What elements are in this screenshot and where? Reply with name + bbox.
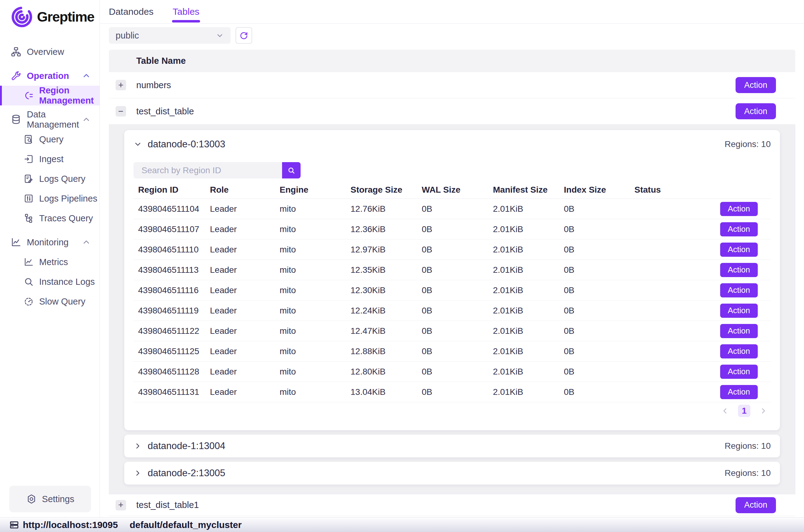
region-row: 4398046511131Leadermito13.04KiB0B2.01KiB…	[133, 382, 771, 402]
collapse-minus-icon[interactable]: −	[116, 106, 126, 116]
sidebar-item-label: Instance Logs	[39, 277, 95, 287]
region-action-button[interactable]: Action	[720, 344, 758, 359]
cell-engine: mito	[280, 285, 350, 295]
sidebar-item-label: Metrics	[39, 257, 68, 267]
chevron-left-icon[interactable]	[721, 406, 729, 415]
region-row: 4398046511125Leadermito12.88KiB0B2.01KiB…	[133, 341, 771, 362]
region-management-icon	[23, 90, 34, 101]
refresh-button[interactable]	[235, 27, 252, 44]
region-search-input[interactable]	[133, 162, 282, 178]
column-wal-size: WAL Size	[422, 185, 493, 195]
cell-storage-size: 12.47KiB	[350, 326, 422, 336]
region-action-button[interactable]: Action	[720, 385, 758, 399]
sidebar-item-metrics[interactable]: Metrics	[0, 252, 100, 272]
sidebar-item-region-management[interactable]: Region Management	[0, 86, 100, 106]
sidebar-item-label: Ingest	[39, 154, 63, 164]
cell-manifest-size: 2.01KiB	[493, 306, 564, 316]
page-number[interactable]: 1	[738, 405, 750, 417]
region-row: 4398046511116Leadermito12.30KiB0B2.01KiB…	[133, 280, 771, 301]
sidebar-item-logs-query[interactable]: Logs Query	[0, 169, 100, 189]
region-row: 4398046511113Leadermito12.35KiB0B2.01KiB…	[133, 260, 771, 280]
region-action-button[interactable]: Action	[720, 202, 758, 216]
datanode-2-card[interactable]: datanode-2:13005 Regions: 10	[124, 462, 780, 484]
refresh-icon	[239, 31, 248, 40]
region-action-button[interactable]: Action	[720, 324, 758, 338]
sidebar-item-label: Overview	[27, 47, 64, 57]
database-select[interactable]: public	[109, 27, 231, 44]
server-icon	[9, 520, 19, 530]
instance-logs-icon	[23, 277, 34, 287]
region-row: 4398046511104Leadermito12.76KiB0B2.01KiB…	[133, 199, 771, 219]
database-select-value: public	[116, 31, 139, 41]
cell-region-id: 4398046511125	[138, 346, 210, 356]
column-status: Status	[634, 185, 720, 195]
table-name: numbers	[136, 80, 171, 90]
sidebar-item-label: Traces Query	[39, 213, 93, 224]
tables-table-header: Table Name	[109, 50, 796, 72]
cell-index-size: 0B	[564, 326, 634, 336]
chevron-right-icon	[133, 469, 142, 477]
cell-role: Leader	[210, 306, 280, 316]
sidebar-item-logs-pipelines[interactable]: Logs Pipelines	[0, 189, 100, 208]
expand-plus-icon[interactable]: +	[116, 500, 126, 510]
chevron-right-icon[interactable]	[759, 406, 768, 415]
region-action-button[interactable]: Action	[720, 283, 758, 298]
sidebar-item-ingest[interactable]: Ingest	[0, 149, 100, 169]
tables-table: Table Name + numbers Action − test_dist_…	[109, 50, 796, 516]
cell-storage-size: 12.30KiB	[350, 285, 422, 295]
datanode-1-card[interactable]: datanode-1:13004 Regions: 10	[124, 435, 780, 457]
region-action-button[interactable]: Action	[720, 365, 758, 379]
tab-tables[interactable]: Tables	[173, 0, 199, 23]
sidebar-item-monitoring[interactable]: Monitoring	[0, 232, 100, 252]
cell-storage-size: 12.88KiB	[350, 346, 422, 356]
cell-role: Leader	[210, 265, 280, 275]
cell-manifest-size: 2.01KiB	[493, 285, 564, 295]
sidebar-nav: OverviewOperationRegion ManagementData M…	[0, 42, 100, 311]
region-table-header: Region IDRoleEngineStorage SizeWAL SizeM…	[133, 181, 771, 199]
sidebar-item-data-management[interactable]: Data Management	[0, 110, 100, 130]
sidebar-item-slow-query[interactable]: Slow Query	[0, 291, 100, 311]
tab-datanodes[interactable]: Datanodes	[109, 0, 154, 23]
sidebar-item-overview[interactable]: Overview	[0, 42, 100, 62]
datanode-0-header[interactable]: datanode-0:13003 Regions: 10	[133, 138, 771, 150]
tab-tables-label: Tables	[173, 6, 199, 17]
cell-engine: mito	[280, 367, 350, 377]
expand-plus-icon[interactable]: +	[116, 80, 126, 90]
sidebar-item-traces-query[interactable]: Traces Query	[0, 208, 100, 228]
table-action-button[interactable]: Action	[735, 103, 776, 119]
region-search-button[interactable]	[282, 162, 301, 178]
cell-role: Leader	[210, 285, 280, 295]
cell-manifest-size: 2.01KiB	[493, 346, 564, 356]
sidebar-item-label: Logs Pipelines	[39, 194, 97, 204]
chevron-up-icon	[82, 115, 91, 124]
region-action-button[interactable]: Action	[720, 243, 758, 257]
table-action-button[interactable]: Action	[735, 77, 776, 93]
datanode-name: datanode-0:13003	[148, 139, 225, 150]
settings-button[interactable]: Settings	[9, 486, 91, 512]
cell-role: Leader	[210, 204, 280, 214]
cell-engine: mito	[280, 306, 350, 316]
metrics-icon	[23, 257, 34, 267]
region-action-button[interactable]: Action	[720, 263, 758, 277]
cell-engine: mito	[280, 326, 350, 336]
cell-engine: mito	[280, 346, 350, 356]
column-storage-size: Storage Size	[350, 185, 422, 195]
slow-query-icon	[23, 296, 34, 307]
cell-wal-size: 0B	[422, 204, 493, 214]
chevron-down-icon	[133, 140, 142, 149]
logs-query-icon	[23, 173, 34, 184]
cell-manifest-size: 2.01KiB	[493, 326, 564, 336]
sidebar-item-operation[interactable]: Operation	[0, 66, 100, 86]
sidebar-item-query[interactable]: Query	[0, 130, 100, 149]
region-action-button[interactable]: Action	[720, 304, 758, 318]
region-action-button[interactable]: Action	[720, 222, 758, 236]
region-row: 4398046511110Leadermito12.97KiB0B2.01KiB…	[133, 240, 771, 260]
cell-storage-size: 12.36KiB	[350, 224, 422, 234]
datanode-name: datanode-2:13005	[148, 468, 225, 479]
column-manifest-size: Manifest Size	[493, 185, 564, 195]
status-cluster: default/default_mycluster	[130, 520, 242, 530]
cell-wal-size: 0B	[422, 245, 493, 254]
table-action-button[interactable]: Action	[735, 497, 776, 513]
sidebar-item-instance-logs[interactable]: Instance Logs	[0, 272, 100, 291]
cell-region-id: 4398046511107	[138, 224, 210, 234]
